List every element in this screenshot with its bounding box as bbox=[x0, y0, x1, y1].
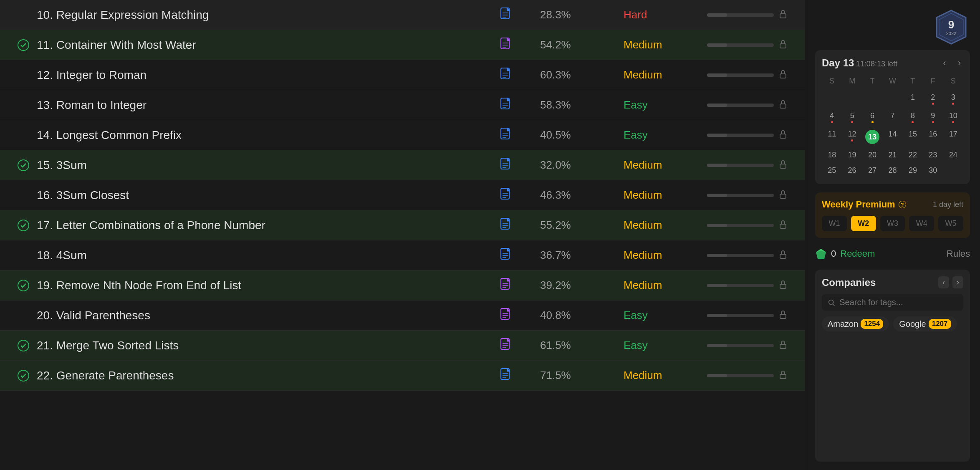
calendar-cell[interactable]: 3 bbox=[943, 91, 963, 107]
calendar-cell[interactable] bbox=[882, 91, 902, 107]
svg-point-37 bbox=[18, 220, 29, 231]
problem-row[interactable]: 10. Regular Expression Matching 28.3%Har… bbox=[0, 0, 805, 30]
calendar-cell[interactable]: 25 bbox=[822, 164, 842, 177]
calendar-weeks: 1234567891011121314151617181920212223242… bbox=[822, 91, 963, 177]
badge: 9 2022 - - bbox=[932, 8, 970, 46]
calendar-cell[interactable]: 22 bbox=[903, 148, 923, 162]
calendar-cell[interactable]: 16 bbox=[923, 127, 943, 147]
calendar-cell[interactable]: 29 bbox=[903, 164, 923, 177]
redeem-link[interactable]: Redeem bbox=[840, 248, 875, 259]
problem-row[interactable]: 18. 4Sum 36.7%Medium bbox=[0, 240, 805, 270]
calendar-cell[interactable]: 30 bbox=[923, 164, 943, 177]
svg-line-78 bbox=[833, 304, 834, 306]
calendar-cell[interactable]: 1 bbox=[903, 91, 923, 107]
doc-icon[interactable] bbox=[500, 338, 515, 353]
calendar-cell[interactable]: 28 bbox=[882, 164, 902, 177]
doc-icon[interactable] bbox=[500, 8, 515, 23]
calendar-cell[interactable]: 12 bbox=[842, 127, 862, 147]
doc-icon[interactable] bbox=[500, 68, 515, 83]
calendar-cell[interactable]: 9 bbox=[923, 109, 943, 126]
search-bar[interactable] bbox=[822, 294, 963, 311]
day-header: T bbox=[903, 75, 923, 87]
search-input[interactable] bbox=[839, 298, 957, 307]
problem-row[interactable]: 13. Roman to Integer 58.3%Easy bbox=[0, 90, 805, 120]
calendar-cell[interactable]: 7 bbox=[882, 109, 902, 126]
calendar-cell[interactable] bbox=[943, 164, 963, 177]
problem-row[interactable]: 17. Letter Combinations of a Phone Numbe… bbox=[0, 210, 805, 240]
calendar-cell[interactable]: 24 bbox=[943, 148, 963, 162]
calendar-cell[interactable]: 17 bbox=[943, 127, 963, 147]
problem-row[interactable]: 16. 3Sum Closest 46.3%Medium bbox=[0, 180, 805, 210]
doc-icon[interactable] bbox=[500, 188, 515, 203]
progress-bar bbox=[707, 164, 774, 167]
week-tab[interactable]: W5 bbox=[938, 216, 963, 231]
company-tag[interactable]: Amazon1254 bbox=[822, 316, 889, 331]
problem-row[interactable]: 11. Container With Most Water 54.2%Mediu… bbox=[0, 30, 805, 60]
rules-link[interactable]: Rules bbox=[947, 248, 970, 259]
acceptance-rate: 54.2% bbox=[540, 38, 590, 51]
help-icon[interactable]: ? bbox=[899, 201, 906, 208]
calendar-cell[interactable]: 14 bbox=[882, 127, 902, 147]
coin-count: 0 bbox=[831, 248, 836, 259]
calendar-cell[interactable]: 4 bbox=[822, 109, 842, 126]
doc-icon[interactable] bbox=[500, 248, 515, 263]
cal-next-btn[interactable]: › bbox=[955, 57, 963, 69]
problem-row[interactable]: 22. Generate Parentheses 71.5%Medium bbox=[0, 361, 805, 391]
calendar-cell[interactable]: 15 bbox=[903, 127, 923, 147]
company-tag[interactable]: Google1207 bbox=[893, 316, 957, 331]
calendar-cell[interactable]: 18 bbox=[822, 148, 842, 162]
svg-rect-70 bbox=[780, 374, 786, 379]
doc-icon[interactable] bbox=[500, 98, 515, 113]
calendar-cell[interactable] bbox=[822, 91, 842, 107]
svg-rect-20 bbox=[780, 104, 786, 108]
calendar-cell[interactable]: 27 bbox=[862, 164, 882, 177]
weekly-premium-header: Weekly Premium ? 1 day left bbox=[822, 199, 963, 210]
problem-row[interactable]: 12. Integer to Roman 60.3%Medium bbox=[0, 60, 805, 90]
companies-prev-btn[interactable]: ‹ bbox=[938, 276, 949, 288]
calendar-cell[interactable]: 5 bbox=[842, 109, 862, 126]
calendar-cell[interactable]: 2 bbox=[923, 91, 943, 107]
lock-bar bbox=[707, 129, 788, 141]
problem-row[interactable]: 19. Remove Nth Node From End of List 39.… bbox=[0, 270, 805, 301]
problem-row[interactable]: 14. Longest Common Prefix 40.5%Easy bbox=[0, 120, 805, 150]
doc-icon[interactable] bbox=[500, 368, 515, 383]
calendar-cell[interactable]: 21 bbox=[882, 148, 902, 162]
week-tab[interactable]: W4 bbox=[909, 216, 934, 231]
week-tab[interactable]: W2 bbox=[851, 216, 876, 231]
acceptance-rate: 61.5% bbox=[540, 339, 590, 352]
difficulty-label: Medium bbox=[624, 68, 682, 81]
problem-row[interactable]: 21. Merge Two Sorted Lists 61.5%Easy bbox=[0, 331, 805, 361]
svg-rect-4 bbox=[780, 14, 786, 18]
calendar-cell[interactable]: 20 bbox=[862, 148, 882, 162]
calendar-week: 11121314151617 bbox=[822, 127, 963, 147]
calendar-cell[interactable]: 23 bbox=[923, 148, 943, 162]
company-name: Amazon bbox=[828, 319, 858, 329]
right-panel: 9 2022 - - Day 13 11:08:13 left ‹ › SMTW… bbox=[805, 0, 980, 470]
calendar-cell[interactable]: 10 bbox=[943, 109, 963, 126]
calendar-cell[interactable]: 6 bbox=[862, 109, 882, 126]
svg-point-65 bbox=[18, 370, 29, 381]
doc-icon[interactable] bbox=[500, 38, 515, 53]
doc-icon[interactable] bbox=[500, 158, 515, 173]
companies-next-btn[interactable]: › bbox=[952, 276, 963, 288]
calendar-cell[interactable]: 26 bbox=[842, 164, 862, 177]
problem-row[interactable]: 20. Valid Parentheses 40.8%Easy bbox=[0, 301, 805, 331]
problem-row[interactable]: 15. 3Sum 32.0%Medium bbox=[0, 150, 805, 180]
week-tab[interactable]: W3 bbox=[880, 216, 905, 231]
doc-icon[interactable] bbox=[500, 218, 515, 233]
calendar-cell[interactable]: 19 bbox=[842, 148, 862, 162]
cal-prev-btn[interactable]: ‹ bbox=[940, 57, 948, 69]
companies-nav: ‹ › bbox=[938, 276, 963, 288]
progress-bar bbox=[707, 13, 774, 17]
doc-icon[interactable] bbox=[500, 308, 515, 323]
calendar-cell[interactable]: 8 bbox=[903, 109, 923, 126]
week-tab[interactable]: W1 bbox=[822, 216, 847, 231]
doc-icon[interactable] bbox=[500, 278, 515, 293]
doc-icon[interactable] bbox=[500, 128, 515, 143]
calendar-cell[interactable] bbox=[842, 91, 862, 107]
calendar-cell[interactable] bbox=[862, 91, 882, 107]
calendar-cell[interactable]: 13 bbox=[862, 127, 882, 147]
difficulty-label: Medium bbox=[624, 38, 682, 51]
calendar-cell[interactable]: 11 bbox=[822, 127, 842, 147]
acceptance-rate: 40.8% bbox=[540, 309, 590, 322]
